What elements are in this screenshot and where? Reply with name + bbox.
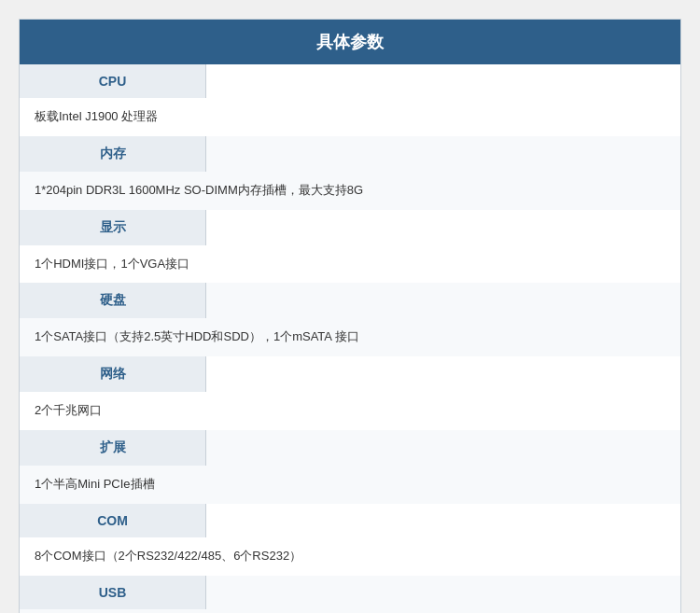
table-row: 网络2个千兆网口	[20, 356, 681, 430]
row-label: USB	[20, 576, 206, 609]
table-row: CPU板载Intel J1900 处理器	[20, 64, 681, 136]
table-title: 具体参数	[20, 20, 681, 65]
row-label: CPU	[20, 64, 206, 98]
row-value: 8个COM接口（2个RS232/422/485、6个RS232）	[20, 537, 680, 576]
table-row: 内存1*204pin DDR3L 1600MHz SO-DIMM内存插槽，最大支…	[20, 136, 681, 210]
row-value: 1个HDMI接口，1个VGA接口	[20, 245, 680, 284]
row-value: 2个千兆网口	[20, 392, 680, 430]
row-label: COM	[20, 504, 206, 537]
row-label: 网络	[20, 356, 206, 392]
row-value: 1个SATA接口（支持2.5英寸HDD和SDD），1个mSATA 接口	[20, 318, 680, 356]
row-value: 1个半高Mini PCIe插槽	[20, 466, 680, 504]
table-row: COM8个COM接口（2个RS232/422/485、6个RS232）	[20, 504, 681, 576]
row-value: 5个USB2.0接口,1个USB3.0接口	[20, 609, 680, 613]
row-label: 硬盘	[20, 283, 206, 318]
spec-table: 具体参数 CPU板载Intel J1900 处理器内存1*204pin DDR3…	[19, 19, 681, 613]
table-row: 显示1个HDMI接口，1个VGA接口	[20, 210, 681, 284]
table-row: 硬盘1个SATA接口（支持2.5英寸HDD和SDD），1个mSATA 接口	[20, 283, 681, 356]
row-label: 显示	[20, 210, 206, 245]
table-row: USB5个USB2.0接口,1个USB3.0接口	[20, 576, 681, 613]
row-value: 1*204pin DDR3L 1600MHz SO-DIMM内存插槽，最大支持8…	[20, 172, 680, 210]
row-label: 内存	[20, 136, 206, 172]
row-label: 扩展	[20, 430, 206, 466]
row-value: 板载Intel J1900 处理器	[20, 98, 680, 136]
table-row: 扩展1个半高Mini PCIe插槽	[20, 430, 681, 504]
